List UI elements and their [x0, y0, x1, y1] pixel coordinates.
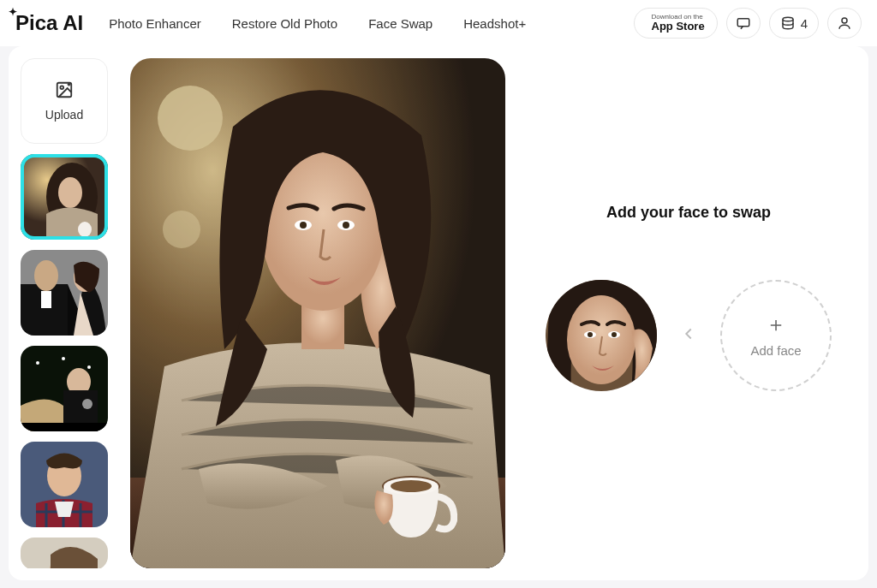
svg-point-48	[588, 332, 593, 337]
header-right: Download on the App Store 4	[634, 8, 862, 39]
swap-title: Add your face to swap	[606, 204, 771, 222]
logo[interactable]: ✦ Pica AI	[15, 11, 83, 35]
nav-restore-old-photo[interactable]: Restore Old Photo	[232, 16, 337, 31]
svg-point-2	[842, 18, 847, 23]
svg-point-20	[82, 399, 92, 409]
nav-headshot[interactable]: Headshot+	[463, 16, 526, 31]
swap-panel: Add your face to swap	[521, 58, 856, 568]
thumb-boy-plaid[interactable]	[21, 442, 108, 527]
svg-point-15	[36, 361, 39, 365]
detected-face[interactable]	[546, 280, 657, 391]
svg-point-50	[612, 332, 617, 337]
thumb-list	[21, 154, 115, 568]
coins-icon	[780, 15, 796, 31]
face-row: ＋ Add face	[546, 280, 832, 391]
svg-rect-21	[21, 423, 108, 431]
svg-point-39	[300, 222, 307, 229]
credits-button[interactable]: 4	[769, 8, 819, 39]
thumb-partial[interactable]	[21, 538, 108, 568]
add-face-button[interactable]: ＋ Add face	[720, 280, 832, 391]
nav: Photo Enhancer Restore Old Photo Face Sw…	[109, 16, 526, 31]
svg-rect-0	[737, 19, 749, 27]
svg-point-44	[391, 480, 432, 492]
app-store-button[interactable]: Download on the App Store	[634, 8, 718, 39]
svg-point-41	[343, 222, 349, 229]
header: ✦ Pica AI Photo Enhancer Restore Old Pho…	[0, 0, 877, 46]
arrow-left-icon	[679, 324, 698, 347]
upload-label: Upload	[45, 108, 83, 122]
thumb-formal-couple[interactable]	[21, 250, 108, 336]
upload-button[interactable]: Upload	[21, 58, 108, 144]
account-button[interactable]	[827, 8, 862, 39]
thumb-cafe-woman[interactable]	[21, 154, 108, 240]
add-face-label: Add face	[750, 343, 801, 358]
upload-icon	[55, 80, 74, 99]
credits-count: 4	[801, 16, 808, 31]
plus-icon: ＋	[766, 314, 786, 335]
nav-face-swap[interactable]: Face Swap	[368, 16, 433, 31]
main-panel: Upload	[9, 46, 868, 580]
brand-name: Pica AI	[15, 11, 83, 35]
feedback-button[interactable]	[726, 8, 761, 39]
svg-point-8	[78, 222, 92, 237]
message-icon	[736, 15, 751, 31]
svg-rect-12	[41, 291, 51, 308]
svg-point-7	[58, 177, 82, 208]
sidebar: Upload	[21, 58, 115, 568]
nav-photo-enhancer[interactable]: Photo Enhancer	[109, 16, 201, 31]
svg-point-11	[34, 260, 58, 291]
svg-point-1	[783, 17, 793, 21]
sparkle-icon: ✦	[9, 6, 17, 18]
thumb-tv-scene[interactable]	[21, 346, 108, 431]
svg-point-4	[60, 86, 63, 89]
preview-image	[130, 58, 505, 568]
user-icon	[837, 15, 852, 31]
svg-point-17	[87, 365, 91, 369]
app-store-big: App Store	[652, 21, 705, 33]
svg-point-16	[62, 357, 65, 360]
